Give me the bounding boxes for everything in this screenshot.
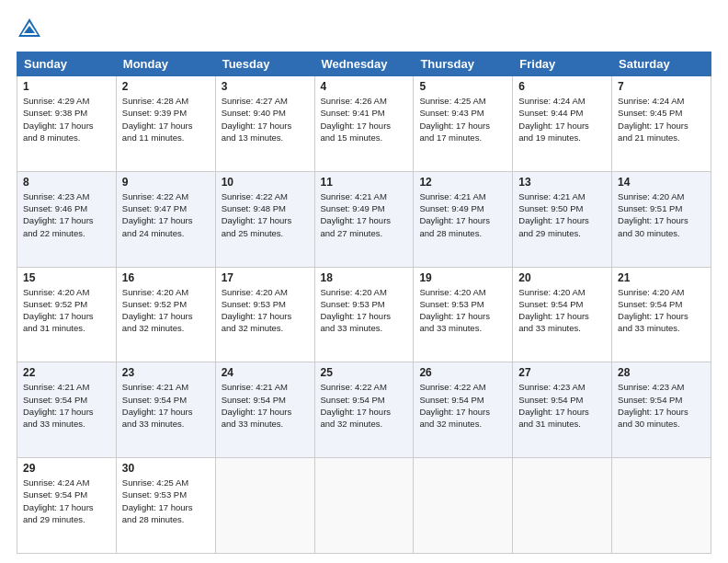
- calendar-cell: 19Sunrise: 4:20 AMSunset: 9:53 PMDayligh…: [414, 267, 513, 362]
- cell-line: Sunrise: 4:24 AM: [618, 95, 705, 107]
- cell-content: Sunrise: 4:24 AMSunset: 9:45 PMDaylight:…: [618, 95, 705, 144]
- cell-line: Sunrise: 4:20 AM: [419, 286, 506, 298]
- cell-line: and 33 minutes.: [23, 418, 110, 430]
- cell-line: Daylight: 17 hours: [122, 214, 210, 226]
- cell-line: and 28 minutes.: [419, 227, 506, 239]
- cell-line: Sunset: 9:54 PM: [618, 394, 705, 406]
- cell-line: Sunset: 9:53 PM: [419, 298, 506, 310]
- cell-line: and 32 minutes.: [321, 418, 408, 430]
- cell-line: and 28 minutes.: [122, 513, 210, 525]
- cell-line: and 31 minutes.: [23, 322, 110, 334]
- cell-line: Daylight: 17 hours: [518, 406, 606, 418]
- day-number: 5: [419, 80, 506, 93]
- cell-content: Sunrise: 4:26 AMSunset: 9:41 PMDaylight:…: [321, 95, 408, 144]
- cell-line: and 30 minutes.: [618, 227, 705, 239]
- calendar-cell: 21Sunrise: 4:20 AMSunset: 9:54 PMDayligh…: [612, 267, 711, 362]
- day-number: 14: [618, 176, 705, 189]
- cell-line: Sunrise: 4:23 AM: [618, 381, 705, 393]
- cell-line: Daylight: 17 hours: [23, 501, 110, 513]
- cell-line: and 24 minutes.: [122, 227, 210, 239]
- col-header-monday: Monday: [116, 52, 215, 76]
- cell-line: Sunrise: 4:25 AM: [419, 95, 506, 107]
- cell-line: Sunset: 9:54 PM: [618, 298, 705, 310]
- cell-content: Sunrise: 4:20 AMSunset: 9:53 PMDaylight:…: [222, 286, 309, 335]
- calendar-cell: [314, 458, 414, 554]
- day-number: 2: [122, 80, 210, 93]
- cell-line: Sunset: 9:54 PM: [321, 394, 408, 406]
- day-number: 17: [222, 271, 309, 284]
- cell-line: Sunrise: 4:20 AM: [321, 286, 408, 298]
- calendar-cell: 18Sunrise: 4:20 AMSunset: 9:53 PMDayligh…: [314, 267, 414, 362]
- cell-line: Sunset: 9:54 PM: [23, 394, 110, 406]
- calendar-cell: 14Sunrise: 4:20 AMSunset: 9:51 PMDayligh…: [612, 171, 711, 267]
- cell-line: Sunset: 9:38 PM: [23, 107, 110, 119]
- cell-line: Sunrise: 4:21 AM: [518, 190, 606, 202]
- cell-line: Sunrise: 4:23 AM: [23, 190, 110, 202]
- day-number: 10: [222, 176, 309, 189]
- cell-line: and 13 minutes.: [222, 132, 309, 144]
- calendar-cell: 24Sunrise: 4:21 AMSunset: 9:54 PMDayligh…: [215, 362, 314, 458]
- col-header-friday: Friday: [513, 52, 612, 76]
- day-number: 6: [518, 80, 606, 93]
- cell-line: Sunrise: 4:21 AM: [321, 190, 408, 202]
- day-number: 18: [321, 271, 408, 284]
- calendar-cell: 20Sunrise: 4:20 AMSunset: 9:54 PMDayligh…: [513, 267, 612, 362]
- cell-line: Daylight: 17 hours: [122, 120, 210, 132]
- cell-line: Sunrise: 4:24 AM: [23, 477, 110, 488]
- calendar-cell: 6Sunrise: 4:24 AMSunset: 9:44 PMDaylight…: [513, 76, 612, 172]
- cell-line: Sunset: 9:49 PM: [321, 202, 408, 214]
- cell-line: Daylight: 17 hours: [618, 310, 705, 322]
- calendar-cell: 23Sunrise: 4:21 AMSunset: 9:54 PMDayligh…: [116, 362, 215, 458]
- calendar-cell: 2Sunrise: 4:28 AMSunset: 9:39 PMDaylight…: [116, 76, 215, 172]
- cell-line: and 33 minutes.: [122, 418, 210, 430]
- cell-line: Sunset: 9:45 PM: [618, 107, 705, 119]
- day-number: 22: [23, 366, 110, 379]
- cell-line: Daylight: 17 hours: [419, 310, 506, 322]
- cell-line: Sunrise: 4:20 AM: [618, 286, 705, 298]
- cell-line: Daylight: 17 hours: [23, 406, 110, 418]
- cell-line: Sunrise: 4:22 AM: [419, 381, 506, 393]
- calendar-row: 8Sunrise: 4:23 AMSunset: 9:46 PMDaylight…: [17, 171, 711, 267]
- cell-line: Sunset: 9:44 PM: [518, 107, 606, 119]
- cell-line: Sunset: 9:50 PM: [518, 202, 606, 214]
- cell-line: Daylight: 17 hours: [23, 310, 110, 322]
- cell-content: Sunrise: 4:25 AMSunset: 9:53 PMDaylight:…: [122, 477, 210, 525]
- cell-line: Sunrise: 4:22 AM: [122, 190, 210, 202]
- cell-content: Sunrise: 4:20 AMSunset: 9:53 PMDaylight:…: [321, 286, 408, 335]
- day-number: 21: [618, 271, 705, 284]
- calendar-row: 15Sunrise: 4:20 AMSunset: 9:52 PMDayligh…: [17, 267, 711, 362]
- calendar-cell: 25Sunrise: 4:22 AMSunset: 9:54 PMDayligh…: [314, 362, 414, 458]
- cell-line: Sunset: 9:48 PM: [222, 202, 309, 214]
- cell-line: Sunrise: 4:23 AM: [518, 381, 606, 393]
- day-number: 25: [321, 366, 408, 379]
- calendar-cell: 17Sunrise: 4:20 AMSunset: 9:53 PMDayligh…: [215, 267, 314, 362]
- calendar-row: 29Sunrise: 4:24 AMSunset: 9:54 PMDayligh…: [17, 458, 711, 554]
- calendar-cell: 10Sunrise: 4:22 AMSunset: 9:48 PMDayligh…: [215, 171, 314, 267]
- cell-line: Sunset: 9:53 PM: [122, 488, 210, 500]
- calendar-cell: 26Sunrise: 4:22 AMSunset: 9:54 PMDayligh…: [414, 362, 513, 458]
- calendar-cell: [612, 458, 711, 554]
- day-number: 27: [518, 366, 606, 379]
- cell-line: Sunrise: 4:28 AM: [122, 95, 210, 107]
- col-header-sunday: Sunday: [17, 52, 117, 76]
- cell-line: Sunrise: 4:20 AM: [618, 190, 705, 202]
- day-number: 13: [518, 176, 606, 189]
- cell-content: Sunrise: 4:29 AMSunset: 9:38 PMDaylight:…: [23, 95, 110, 144]
- cell-line: Sunset: 9:54 PM: [122, 394, 210, 406]
- cell-line: Daylight: 17 hours: [122, 310, 210, 322]
- cell-line: Daylight: 17 hours: [222, 310, 309, 322]
- cell-line: Sunrise: 4:21 AM: [222, 381, 309, 393]
- cell-line: and 21 minutes.: [618, 132, 705, 144]
- cell-line: Sunset: 9:54 PM: [518, 298, 606, 310]
- cell-line: Sunrise: 4:20 AM: [122, 286, 210, 298]
- cell-line: Sunrise: 4:21 AM: [23, 381, 110, 393]
- cell-line: Daylight: 17 hours: [419, 214, 506, 226]
- cell-line: Daylight: 17 hours: [618, 120, 705, 132]
- cell-content: Sunrise: 4:24 AMSunset: 9:54 PMDaylight:…: [23, 477, 110, 525]
- col-header-tuesday: Tuesday: [215, 52, 314, 76]
- calendar-cell: 7Sunrise: 4:24 AMSunset: 9:45 PMDaylight…: [612, 76, 711, 172]
- cell-line: Daylight: 17 hours: [23, 120, 110, 132]
- calendar-cell: 9Sunrise: 4:22 AMSunset: 9:47 PMDaylight…: [116, 171, 215, 267]
- cell-content: Sunrise: 4:21 AMSunset: 9:50 PMDaylight:…: [518, 190, 606, 239]
- cell-line: and 33 minutes.: [321, 322, 408, 334]
